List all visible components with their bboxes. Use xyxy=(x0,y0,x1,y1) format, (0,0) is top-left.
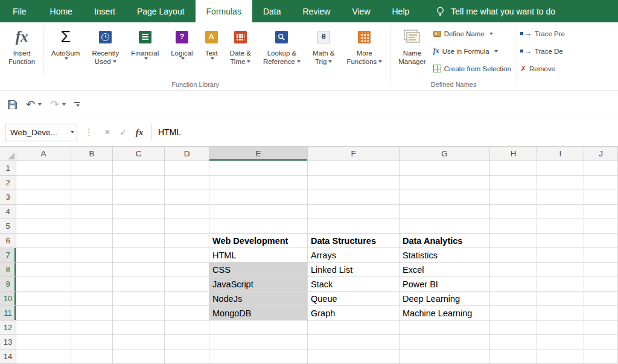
insert-function-button[interactable]: fx Insert Function xyxy=(2,22,41,80)
cell-J13[interactable] xyxy=(584,335,618,350)
cell-J9[interactable] xyxy=(584,277,618,292)
cell-H3[interactable] xyxy=(490,190,537,205)
column-header-C[interactable]: C xyxy=(113,147,165,161)
cell-G11[interactable]: Machine Learning xyxy=(400,306,490,321)
cell-G8[interactable]: Excel xyxy=(400,263,490,277)
row-header-8[interactable]: 8 xyxy=(0,263,16,277)
cell-A13[interactable] xyxy=(16,335,71,350)
cell-A14[interactable] xyxy=(16,350,71,364)
cell-H13[interactable] xyxy=(490,335,537,350)
cell-D5[interactable] xyxy=(165,219,209,234)
row-header-3[interactable]: 3 xyxy=(0,190,16,205)
cell-H8[interactable] xyxy=(490,263,537,277)
cell-C9[interactable] xyxy=(113,277,165,292)
cell-D1[interactable] xyxy=(165,161,209,176)
cell-J8[interactable] xyxy=(584,263,618,277)
cell-I13[interactable] xyxy=(537,335,584,350)
customize-toolbar-button[interactable] xyxy=(74,102,80,107)
cell-J4[interactable] xyxy=(584,205,618,219)
define-name-button[interactable]: Define Name xyxy=(433,26,511,42)
column-header-D[interactable]: D xyxy=(165,147,209,161)
cell-D2[interactable] xyxy=(165,176,209,190)
cell-C14[interactable] xyxy=(113,350,165,364)
cell-D11[interactable] xyxy=(165,306,209,321)
insert-function-fx-button[interactable]: fx xyxy=(131,127,148,138)
trace-precedents-button[interactable]: → Trace Pre xyxy=(520,26,565,42)
remove-arrows-button[interactable]: ✗ Remove xyxy=(520,61,565,77)
redo-button[interactable]: ↷ xyxy=(50,99,66,110)
tab-help[interactable]: Help xyxy=(381,0,421,22)
cell-D13[interactable] xyxy=(165,335,209,350)
cell-C6[interactable] xyxy=(113,234,165,248)
cell-G9[interactable]: Power BI xyxy=(400,277,490,292)
cell-I2[interactable] xyxy=(537,176,584,190)
cell-J11[interactable] xyxy=(584,306,618,321)
cell-H5[interactable] xyxy=(490,219,537,234)
cell-D10[interactable] xyxy=(165,292,209,306)
cell-F1[interactable] xyxy=(308,161,400,176)
text-button[interactable]: A Text xyxy=(199,22,224,80)
cell-G2[interactable] xyxy=(400,176,490,190)
cell-D4[interactable] xyxy=(165,205,209,219)
cell-E6[interactable]: Web Development xyxy=(209,234,308,248)
cell-F11[interactable]: Graph xyxy=(308,306,400,321)
math-trig-button[interactable]: θ Math & Trig xyxy=(307,22,340,80)
cell-F14[interactable] xyxy=(308,350,400,364)
cell-F5[interactable] xyxy=(308,219,400,234)
cell-C5[interactable] xyxy=(113,219,165,234)
column-header-J[interactable]: J xyxy=(584,147,618,161)
cell-H1[interactable] xyxy=(490,161,537,176)
cell-G3[interactable] xyxy=(400,190,490,205)
undo-button[interactable]: ↶ xyxy=(26,99,42,110)
cell-C11[interactable] xyxy=(113,306,165,321)
row-header-4[interactable]: 4 xyxy=(0,205,16,219)
column-header-G[interactable]: G xyxy=(400,147,490,161)
date-time-button[interactable]: Date & Time xyxy=(224,22,257,80)
cell-E14[interactable] xyxy=(209,350,308,364)
cell-F9[interactable]: Stack xyxy=(308,277,400,292)
cell-B2[interactable] xyxy=(71,176,113,190)
cell-F12[interactable] xyxy=(308,321,400,335)
cell-E1[interactable] xyxy=(209,161,308,176)
cell-G13[interactable] xyxy=(400,335,490,350)
cell-B1[interactable] xyxy=(71,161,113,176)
cell-F3[interactable] xyxy=(308,190,400,205)
cell-B7[interactable] xyxy=(71,248,113,263)
select-all-corner[interactable] xyxy=(0,147,16,161)
create-from-selection-button[interactable]: Create from Selection xyxy=(433,61,511,77)
more-functions-button[interactable]: More Functions xyxy=(340,22,388,80)
cell-C12[interactable] xyxy=(113,321,165,335)
cell-I12[interactable] xyxy=(537,321,584,335)
cell-B8[interactable] xyxy=(71,263,113,277)
cell-A5[interactable] xyxy=(16,219,71,234)
tab-page-layout[interactable]: Page Layout xyxy=(126,0,196,22)
cell-C3[interactable] xyxy=(113,190,165,205)
row-header-12[interactable]: 12 xyxy=(0,321,16,335)
tab-file[interactable]: File xyxy=(0,0,39,22)
cell-E11[interactable]: MongoDB xyxy=(209,306,308,321)
row-header-5[interactable]: 5 xyxy=(0,219,16,234)
cell-I3[interactable] xyxy=(537,190,584,205)
cell-A6[interactable] xyxy=(16,234,71,248)
cell-I5[interactable] xyxy=(537,219,584,234)
trace-dependents-button[interactable]: → Trace De xyxy=(520,43,565,59)
cell-D9[interactable] xyxy=(165,277,209,292)
row-header-11[interactable]: 11 xyxy=(0,306,16,321)
cell-D6[interactable] xyxy=(165,234,209,248)
column-header-B[interactable]: B xyxy=(71,147,113,161)
cell-A9[interactable] xyxy=(16,277,71,292)
cell-D12[interactable] xyxy=(165,321,209,335)
cell-G1[interactable] xyxy=(400,161,490,176)
cell-B10[interactable] xyxy=(71,292,113,306)
row-header-14[interactable]: 14 xyxy=(0,350,16,364)
enter-button[interactable]: ✓ xyxy=(115,127,131,137)
cell-D3[interactable] xyxy=(165,190,209,205)
cell-A8[interactable] xyxy=(16,263,71,277)
cell-H6[interactable] xyxy=(490,234,537,248)
cell-J12[interactable] xyxy=(584,321,618,335)
cell-B4[interactable] xyxy=(71,205,113,219)
cell-C4[interactable] xyxy=(113,205,165,219)
recently-used-button[interactable]: Recently Used xyxy=(86,22,125,80)
cell-B9[interactable] xyxy=(71,277,113,292)
use-in-formula-button[interactable]: fx Use in Formula xyxy=(433,43,511,59)
